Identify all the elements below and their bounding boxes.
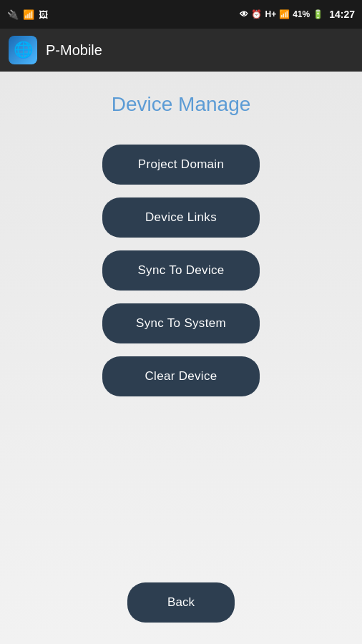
wifi-icon: 📶 xyxy=(23,9,34,20)
image-icon: 🖼 xyxy=(39,9,48,20)
battery-icon: 🔋 xyxy=(313,9,323,19)
status-icons-left: 🔌 📶 🖼 xyxy=(7,9,48,20)
battery-percent: 41% xyxy=(293,9,310,19)
sync-to-system-button[interactable]: Sync To System xyxy=(102,303,260,343)
app-bar: 🌐 P-Mobile xyxy=(0,29,362,72)
app-icon: 🌐 xyxy=(9,36,37,64)
alarm-icon: ⏰ xyxy=(251,9,262,19)
clock-display: 14:27 xyxy=(329,9,355,20)
signal-boost-icon: H+ xyxy=(265,9,276,19)
back-button[interactable]: Back xyxy=(127,582,235,623)
project-domain-button[interactable]: Project Domain xyxy=(102,145,260,185)
signal-icon: 📶 xyxy=(279,9,290,19)
globe-icon: 🌐 xyxy=(14,41,33,59)
main-content: Device Manage Project Domain Device Link… xyxy=(0,72,362,644)
page-title: Device Manage xyxy=(112,93,251,116)
status-icons-right: 👁 ⏰ H+ 📶 41% 🔋 14:27 xyxy=(240,9,355,20)
sync-to-device-button[interactable]: Sync To Device xyxy=(102,250,260,291)
device-links-button[interactable]: Device Links xyxy=(102,197,260,238)
clear-device-button[interactable]: Clear Device xyxy=(102,356,260,396)
eye-icon: 👁 xyxy=(240,9,248,19)
menu-buttons: Project Domain Device Links Sync To Devi… xyxy=(14,145,348,396)
status-bar: 🔌 📶 🖼 👁 ⏰ H+ 📶 41% 🔋 14:27 xyxy=(0,0,362,29)
app-title: P-Mobile xyxy=(46,42,102,59)
usb-icon: 🔌 xyxy=(7,9,19,20)
back-button-container: Back xyxy=(127,582,235,623)
